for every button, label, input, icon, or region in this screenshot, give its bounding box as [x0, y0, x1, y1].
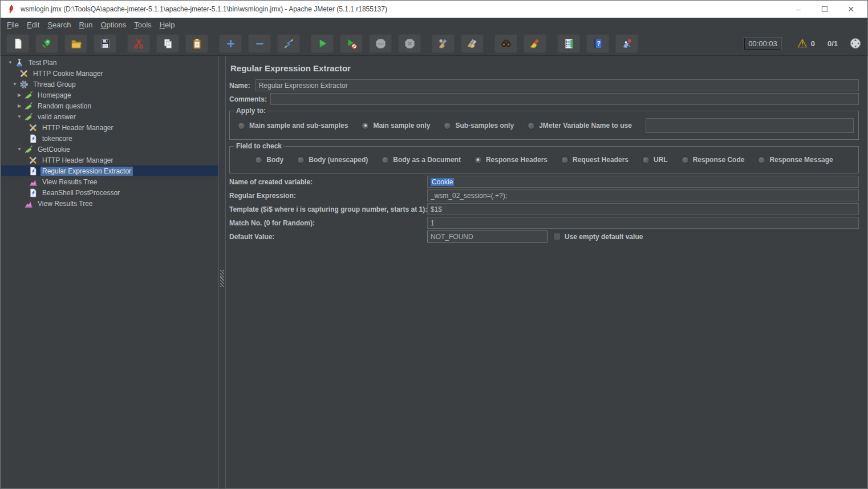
name-input[interactable] — [255, 79, 859, 91]
expand-arrow-icon[interactable]: ▼ — [15, 114, 24, 119]
minimize-button[interactable]: – — [785, 1, 812, 17]
radio-request-headers[interactable]: Request Headers — [561, 156, 628, 164]
tree-item-http-header-manager-1[interactable]: HTTP Header Manager — [1, 122, 218, 133]
radio-jmeter-variable-name[interactable]: JMeter Variable Name to use — [528, 122, 632, 130]
radio-icon[interactable] — [561, 156, 569, 164]
clear-button[interactable] — [432, 34, 455, 53]
tree-item-regular-expression-extractor[interactable]: Regular Expression Extractor — [1, 165, 218, 176]
splitter-grip[interactable] — [220, 270, 224, 287]
tree-item-http-header-manager-2[interactable]: HTTP Header Manager — [1, 155, 218, 165]
radio-response-code[interactable]: Response Code — [682, 156, 745, 164]
new-file-button[interactable] — [6, 34, 29, 53]
clear-all-button[interactable] — [461, 34, 484, 53]
menu-tools[interactable]: Tools — [130, 19, 155, 30]
tree-item-random-question[interactable]: ▶ Random question — [1, 100, 218, 111]
tree-item-homepage[interactable]: ▶ Homepage — [1, 90, 218, 100]
expand-arrow-icon[interactable]: ▶ — [15, 103, 24, 108]
stop-button[interactable] — [369, 34, 392, 53]
add-button[interactable] — [219, 34, 242, 53]
save-button[interactable] — [94, 34, 116, 53]
function-helper-button[interactable] — [557, 34, 580, 53]
reset-search-button[interactable] — [524, 34, 546, 53]
radio-icon[interactable] — [238, 122, 245, 130]
use-empty-default-checkbox[interactable] — [553, 233, 561, 240]
cut-button[interactable] — [127, 34, 150, 53]
tree-item-thread-group[interactable]: ▼ Thread Group — [1, 79, 218, 90]
tree-item-test-plan[interactable]: ▼ Test Plan — [1, 57, 218, 68]
copy-icon — [162, 38, 174, 50]
radio-icon[interactable] — [528, 122, 535, 130]
config-tools-icon — [29, 123, 38, 132]
match-no-input[interactable] — [427, 217, 859, 229]
radio-body-as-document[interactable]: Body as a Document — [382, 156, 461, 164]
warning-triangle-icon[interactable]: ⚠ — [797, 38, 808, 49]
remote-start-globe-icon[interactable] — [849, 37, 862, 50]
created-variable-input[interactable]: Cookie — [427, 176, 859, 188]
panel-splitter[interactable] — [219, 56, 226, 488]
regular-expression-input[interactable] — [427, 189, 859, 201]
expand-arrow-icon[interactable]: ▼ — [6, 60, 15, 65]
menu-file[interactable]: File — [3, 19, 23, 30]
tree-item-view-results-tree-2[interactable]: View Results Tree — [1, 198, 218, 209]
default-value-input[interactable] — [427, 231, 547, 243]
radio-main-sample-and-subsamples[interactable]: Main sample and sub-samples — [238, 122, 348, 130]
expand-arrow-icon[interactable]: ▶ — [15, 92, 24, 98]
tree-item-valid-answer[interactable]: ▼ valid answer — [1, 111, 218, 122]
help-button[interactable] — [586, 34, 609, 53]
menu-bar: File Edit Search Run Options Tools Help — [1, 18, 867, 31]
template-input[interactable] — [427, 203, 859, 215]
menu-run[interactable]: Run — [75, 19, 97, 30]
toolbar: 00:00:03 ⚠ 0 0/1 — [1, 31, 867, 56]
radio-icon[interactable] — [444, 122, 451, 130]
menu-options[interactable]: Options — [96, 19, 130, 30]
menu-search[interactable]: Search — [43, 19, 75, 30]
radio-main-sample-only[interactable]: Main sample only — [362, 122, 430, 130]
close-button[interactable]: ✕ — [838, 1, 864, 17]
start-no-pauses-button[interactable] — [340, 34, 363, 53]
tree-item-getcookie[interactable]: ▼ GetCookie — [1, 144, 218, 155]
radio-icon[interactable] — [297, 156, 305, 164]
name-label: Name: — [229, 82, 250, 90]
search-button[interactable] — [494, 34, 517, 53]
radio-body-unescaped[interactable]: Body (unescaped) — [297, 156, 368, 164]
radio-body[interactable]: Body — [255, 156, 283, 164]
templates-button[interactable] — [35, 34, 58, 53]
tree-item-view-results-tree-1[interactable]: View Results Tree — [1, 176, 218, 187]
http-sampler-icon — [24, 112, 33, 122]
menu-edit[interactable]: Edit — [23, 19, 43, 30]
radio-icon[interactable] — [758, 156, 765, 164]
shutdown-button[interactable] — [398, 34, 421, 53]
http-sampler-icon — [24, 145, 33, 154]
cut-scissors-icon — [133, 38, 145, 50]
remove-button[interactable] — [248, 34, 271, 53]
comments-input[interactable] — [270, 93, 859, 105]
colors-button[interactable] — [615, 34, 638, 53]
radio-icon[interactable] — [255, 156, 262, 164]
jmeter-variable-name-input[interactable] — [646, 118, 854, 133]
menu-help[interactable]: Help — [156, 19, 179, 30]
active-threads-count: 0/1 — [828, 39, 838, 48]
radio-url[interactable]: URL — [642, 156, 668, 164]
paste-button[interactable] — [185, 34, 208, 53]
radio-icon[interactable] — [642, 156, 650, 164]
expand-arrow-icon[interactable]: ▼ — [10, 82, 19, 87]
copy-button[interactable] — [156, 34, 179, 53]
radio-response-headers[interactable]: Response Headers — [474, 156, 547, 164]
radio-subsamples-only[interactable]: Sub-samples only — [444, 122, 514, 130]
toggle-button[interactable] — [277, 34, 300, 53]
radio-icon[interactable] — [362, 122, 369, 130]
start-no-pauses-icon — [346, 38, 358, 50]
open-file-button[interactable] — [64, 34, 87, 53]
tree-item-beanshell-postprocessor[interactable]: BeanShell PostProcessor — [1, 187, 218, 198]
tree-item-tokencore[interactable]: tokencore — [1, 133, 218, 144]
radio-response-message[interactable]: Response Message — [758, 156, 833, 164]
radio-icon[interactable] — [382, 156, 389, 164]
use-empty-default-label: Use empty default value — [565, 233, 643, 241]
maximize-button[interactable]: ☐ — [812, 1, 838, 17]
radio-icon[interactable] — [682, 156, 689, 164]
expand-arrow-icon[interactable]: ▼ — [15, 147, 24, 152]
start-button[interactable] — [311, 34, 334, 53]
colors-icon — [621, 38, 633, 50]
radio-icon[interactable] — [474, 156, 482, 164]
tree-item-http-cookie-manager[interactable]: HTTP Cookie Manager — [1, 68, 218, 79]
